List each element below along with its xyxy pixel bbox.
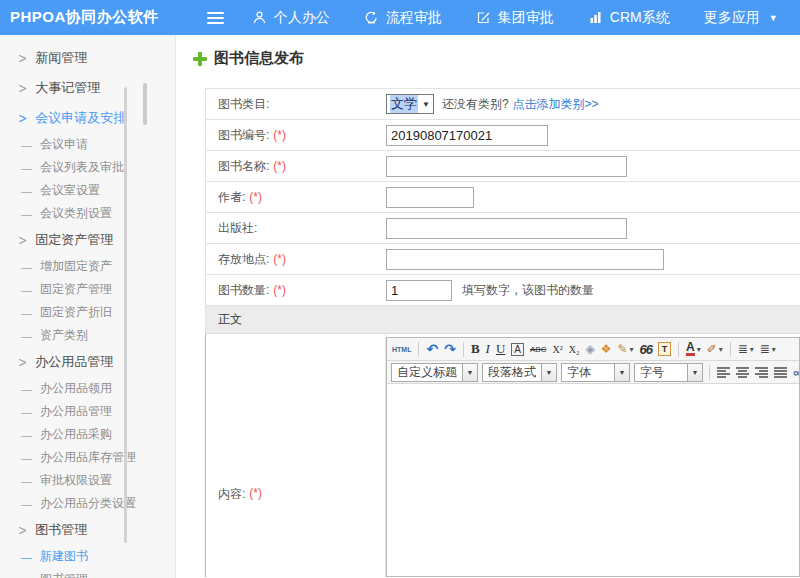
form-row-location: 存放地点:(*) (206, 244, 800, 275)
sidebar-item-label: 会议申请 (40, 136, 88, 153)
unordered-list-icon[interactable]: ≣▾ (757, 340, 779, 359)
sidebar-item-meeting-list-approval[interactable]: —会议列表及审批 (0, 156, 175, 179)
insert-link-icon[interactable]: ∞ (790, 363, 799, 382)
align-justify-icon[interactable] (771, 363, 790, 382)
select-label: 段落格式 (483, 364, 541, 381)
quantity-input[interactable] (386, 280, 452, 301)
blockquote-icon[interactable]: 66 (636, 340, 654, 359)
field-label: 作者: (218, 189, 245, 206)
sidebar-item-label: 新闻管理 (35, 49, 87, 67)
main-content: 图书信息发布 图书类目: 文学 ▼ 还没有类别? 点击添加类别>> 图书编号:(… (177, 35, 800, 578)
sidebar-item-fixed-assets-group[interactable]: >固定资产管理 (0, 225, 175, 255)
font-size-select[interactable]: 字号▼ (634, 363, 703, 382)
ordered-list-icon[interactable]: ≣▾ (735, 340, 757, 359)
sidebar-item-supplies-inventory[interactable]: —办公用品库存管理 (0, 446, 175, 469)
field-label: 图书数量: (218, 282, 269, 299)
superscript-icon[interactable]: X² (549, 340, 565, 359)
underline-icon[interactable]: U (493, 340, 508, 359)
undo-icon[interactable]: ↶ (423, 340, 441, 359)
body-section-header: 正文 (206, 306, 800, 334)
sidebar-item-label: 资产类别 (40, 327, 88, 344)
nav-item-label: 更多应用 (704, 9, 760, 27)
chevron-right-icon: > (18, 354, 27, 370)
sidebar-item-label: 图书管理 (40, 571, 88, 578)
paragraph-format-select[interactable]: 段落格式▼ (482, 363, 557, 382)
align-center-icon[interactable] (733, 363, 752, 382)
nav-item-group-approval[interactable]: 集团审批 (476, 9, 554, 27)
hamburger-menu-icon[interactable] (207, 12, 224, 24)
form-row-book-number: 图书编号:(*) (206, 120, 800, 151)
caret-down-icon: ▼ (769, 13, 778, 23)
sidebar-item-approval-permission-settings[interactable]: —审批权限设置 (0, 469, 175, 492)
editor-content-area[interactable] (387, 384, 799, 576)
sidebar-item-supplies-management[interactable]: —办公用品管理 (0, 400, 175, 423)
dash-icon: — (21, 208, 32, 220)
redo-icon[interactable]: ↷ (441, 340, 459, 359)
eraser-icon[interactable]: ◈ (582, 340, 597, 359)
font-style-icon[interactable]: A (511, 343, 524, 356)
author-input[interactable] (386, 187, 474, 208)
book-name-input[interactable] (386, 156, 627, 177)
form-row-category: 图书类目: 文学 ▼ 还没有类别? 点击添加类别>> (206, 89, 800, 120)
sidebar-scrollbar-thumb[interactable] (124, 87, 127, 543)
field-label: 内容: (218, 486, 245, 503)
category-hint: 还没有类别? (442, 96, 509, 113)
form-row-quantity: 图书数量:(*) 填写数字，该图书的数量 (206, 275, 800, 306)
sidebar-item-supplies-claim[interactable]: —办公用品领用 (0, 377, 175, 400)
publisher-input[interactable] (386, 218, 627, 239)
sidebar-item-supplies-purchase[interactable]: —办公用品采购 (0, 423, 175, 446)
sidebar-item-news-management[interactable]: >新闻管理 (0, 43, 175, 73)
sidebar-item-label: 办公用品库存管理 (40, 449, 136, 466)
paste-icon[interactable]: T (655, 340, 674, 359)
sidebar-item-meeting-group[interactable]: >会议申请及安排 (0, 103, 175, 133)
nav-item-personal-office[interactable]: 个人办公 (252, 9, 330, 27)
html-source-icon[interactable]: HTML (389, 340, 414, 359)
format-painter-icon[interactable]: ✎▾ (614, 340, 636, 359)
location-input[interactable] (386, 249, 664, 270)
dash-icon: — (21, 475, 32, 487)
caret-down-icon: ▾ (697, 345, 701, 354)
book-number-input[interactable] (386, 125, 548, 146)
add-category-link[interactable]: 点击添加类别>> (513, 96, 599, 113)
dash-icon: — (21, 429, 32, 441)
dash-icon: — (21, 307, 32, 319)
strikethrough-icon[interactable]: ABC (527, 340, 549, 359)
align-left-icon[interactable] (714, 363, 733, 382)
editor-toolbar-row-1: HTML ↶ ↷ B I U A ABC X² X₂ ◈ ❖ ✎▾ 66 T (387, 338, 799, 361)
subscript-icon[interactable]: X₂ (566, 340, 583, 359)
required-mark: (*) (273, 252, 286, 266)
sidebar-item-add-fixed-asset[interactable]: —增加固定资产 (0, 255, 175, 278)
sidebar-item-fixed-asset-depreciation[interactable]: —固定资产折旧 (0, 301, 175, 324)
sidebar-item-meeting-apply[interactable]: —会议申请 (0, 133, 175, 156)
sidebar-item-new-book[interactable]: —新建图书 (0, 545, 175, 568)
custom-title-select[interactable]: 自定义标题▼ (391, 363, 478, 382)
sidebar-item-asset-category[interactable]: —资产类别 (0, 324, 175, 347)
sidebar-item-events-management[interactable]: >大事记管理 (0, 73, 175, 103)
nav-item-label: CRM系统 (610, 9, 670, 27)
main-scrollbar-thumb[interactable] (143, 83, 147, 125)
nav-item-workflow-approval[interactable]: 流程审批 (364, 9, 442, 27)
bold-icon[interactable]: B (468, 340, 483, 359)
toolbar-separator (463, 342, 464, 357)
sidebar-item-meeting-room-settings[interactable]: —会议室设置 (0, 179, 175, 202)
italic-icon[interactable]: I (483, 340, 493, 359)
align-right-icon[interactable] (752, 363, 771, 382)
sidebar-item-supplies-category-settings[interactable]: —办公用品分类设置 (0, 492, 175, 515)
select-label: 字体 (562, 364, 614, 381)
font-color-icon[interactable]: A▾ (683, 340, 704, 359)
caret-down-icon: ▾ (719, 345, 723, 354)
sidebar-item-office-supplies-group[interactable]: >办公用品管理 (0, 347, 175, 377)
category-select[interactable]: 文学 ▼ (386, 94, 434, 114)
sidebar-item-label: 审批权限设置 (40, 472, 112, 489)
sidebar-item-fixed-asset-management[interactable]: —固定资产管理 (0, 278, 175, 301)
sidebar-item-book-management[interactable]: —图书管理 (0, 568, 175, 578)
sidebar-item-books-group[interactable]: >图书管理 (0, 515, 175, 545)
font-family-select[interactable]: 字体▼ (561, 363, 630, 382)
clear-format-icon[interactable]: ❖ (598, 340, 615, 359)
highlight-icon[interactable]: ✐▾ (704, 340, 726, 359)
nav-item-more-apps[interactable]: 更多应用 ▼ (704, 9, 778, 27)
nav-item-crm[interactable]: CRM系统 (588, 9, 670, 27)
sidebar-item-meeting-category-settings[interactable]: —会议类别设置 (0, 202, 175, 225)
form-row-author: 作者:(*) (206, 182, 800, 213)
select-label: 字号 (635, 364, 687, 381)
